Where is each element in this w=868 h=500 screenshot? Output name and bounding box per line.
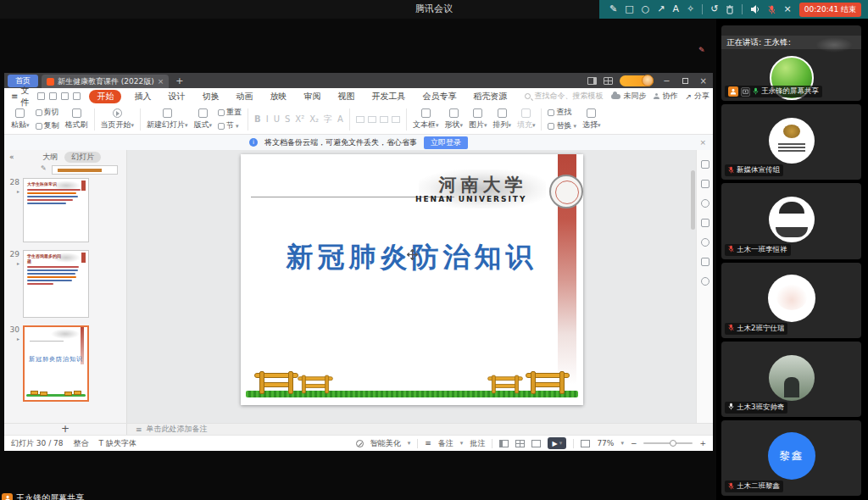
rect-tool-icon[interactable]: □ (625, 0, 633, 19)
notes-input[interactable]: ≡ 单击此处添加备注 (127, 424, 713, 435)
menu-tab-review[interactable]: 审阅 (299, 90, 325, 103)
picture-button[interactable]: 图片▾ (469, 108, 487, 131)
outline-tab[interactable]: 大纲 (42, 152, 58, 163)
canvas-scrollbar[interactable] (691, 170, 695, 230)
split-view-icon[interactable] (587, 77, 597, 85)
slide-29-thumbnail[interactable]: 学生咨询最多的问题 (23, 250, 89, 318)
menu-tab-developer[interactable]: 开发工具 (367, 90, 409, 103)
collaborate-button[interactable]: 协作 (654, 91, 677, 102)
new-tab-button[interactable]: + (172, 75, 186, 86)
command-search-box[interactable]: 查找命令、搜索模板 (525, 91, 603, 102)
undo-icon[interactable]: ↺ (710, 0, 718, 19)
shape-button[interactable]: 形状▾ (444, 108, 463, 131)
select-button[interactable]: 选择▾ (582, 108, 601, 131)
notes-toggle-icon[interactable]: ≡ (425, 439, 431, 447)
trash-icon[interactable] (726, 5, 734, 14)
chevron-down-icon[interactable]: ▾ (460, 440, 464, 447)
menu-tab-insert[interactable]: 插入 (130, 90, 155, 103)
reset-button[interactable]: 重置 (218, 107, 242, 118)
participant-tile[interactable]: 土木2班宁仕瑞 (721, 263, 861, 338)
numbered-list-icon[interactable] (368, 116, 376, 123)
styles-pane-icon[interactable] (701, 180, 709, 188)
zoom-slider[interactable] (643, 442, 693, 444)
tips-pane-icon[interactable] (701, 277, 709, 286)
undo-edit-icon[interactable] (61, 92, 69, 100)
strike-button[interactable]: S (285, 114, 290, 124)
arrange-button[interactable]: 排列▾ (492, 108, 511, 131)
chevron-down-icon[interactable]: ▾ (620, 440, 624, 447)
bullet-list-icon[interactable] (356, 116, 364, 123)
pen-tool-icon[interactable]: ✎ (609, 0, 617, 19)
zoom-level[interactable]: 77% (597, 439, 614, 447)
slides-tab[interactable]: 幻灯片 (64, 152, 101, 163)
login-now-button[interactable]: 立即登录 (424, 136, 468, 149)
bold-button[interactable]: B (254, 114, 261, 124)
section-button[interactable]: 节▾ (218, 120, 242, 131)
italic-button[interactable]: I (266, 114, 269, 124)
find-button[interactable]: 查找 (548, 107, 576, 118)
slide-28-thumbnail[interactable]: 大学生医保常识 (23, 178, 89, 242)
reading-view-icon[interactable] (531, 440, 541, 447)
menu-tab-slideshow[interactable]: 放映 (265, 90, 291, 103)
participant-tile[interactable]: 黎鑫 土木二班黎鑫 (721, 420, 861, 496)
notes-toggle-button[interactable]: 备注 (438, 438, 453, 449)
participant-tile[interactable]: 土木3班安帅奇 (721, 342, 861, 417)
menu-tab-member[interactable]: 会员专享 (418, 90, 460, 103)
restore-window-icon[interactable] (680, 78, 691, 84)
chevron-down-icon[interactable]: ▾ (408, 440, 411, 447)
participant-tile[interactable]: 新媒体宣传组 (721, 104, 861, 180)
close-document-icon[interactable]: × (158, 77, 164, 86)
textbox-button[interactable]: 文本框▾ (413, 108, 439, 131)
layers-pane-icon[interactable] (701, 219, 709, 227)
meeting-timer-end-button[interactable]: 00:20:41 结束 (799, 3, 861, 17)
close-window-icon[interactable]: × (698, 76, 709, 86)
arrow-tool-icon[interactable]: ↗ (657, 0, 665, 19)
minimize-window-icon[interactable]: − (660, 76, 672, 86)
document-tab[interactable]: 新生健康教育课件 (2022版) × (42, 75, 169, 88)
char-spacing-button[interactable]: 字 (324, 114, 332, 125)
redo-edit-icon[interactable] (73, 92, 81, 100)
collapse-panel-icon[interactable]: « (9, 153, 14, 161)
current-slide[interactable]: 河南大学 HENAN UNIVERSITY 新冠肺炎防治知识 (241, 154, 583, 405)
menu-tab-animation[interactable]: 动画 (231, 90, 257, 103)
participant-tile[interactable]: 土木一班李恒祥 (721, 183, 861, 258)
comment-button[interactable]: 批注 (470, 438, 485, 449)
new-slide-button[interactable]: 新建幻灯片▾ (147, 108, 188, 131)
speaker-icon[interactable] (750, 4, 760, 14)
quick-share-pane-icon[interactable] (701, 160, 709, 169)
menu-tab-transition[interactable]: 切换 (198, 90, 223, 103)
fit-slide-icon[interactable] (581, 440, 590, 447)
menu-tab-design[interactable]: 设计 (164, 90, 189, 103)
slide-canvas[interactable]: 河南大学 HENAN UNIVERSITY 新冠肺炎防治知识 (127, 150, 696, 423)
subscript-button[interactable]: X₂ (309, 114, 319, 124)
close-annotation-icon[interactable]: × (783, 0, 791, 19)
play-from-current-button[interactable]: 当页开始▾ (101, 108, 135, 131)
slide-sorter-view-icon[interactable] (515, 440, 525, 447)
laser-tool-icon[interactable]: ✧ (687, 0, 694, 19)
close-notice-icon[interactable]: × (699, 138, 706, 147)
slide-30-thumbnail-selected[interactable]: 新冠肺炎防治知识 (23, 325, 89, 402)
ellipse-tool-icon[interactable]: ○ (642, 0, 650, 19)
member-badge[interactable] (620, 75, 654, 86)
participant-tile-presenter[interactable]: 正在讲话: 王永锋: 王永锋的屏幕共享 (721, 25, 861, 101)
text-tool-icon[interactable]: A (673, 0, 680, 19)
font-color-button[interactable]: A (337, 114, 343, 124)
save-icon[interactable] (37, 92, 45, 100)
menu-tab-view[interactable]: 视图 (333, 90, 359, 103)
superscript-button[interactable]: X² (295, 114, 304, 124)
zoom-out-button[interactable]: − (631, 439, 637, 447)
slide-27-partial-thumbnail[interactable]: ✎ (52, 165, 118, 175)
menu-tab-home[interactable]: 开始 (89, 90, 121, 103)
history-pane-icon[interactable] (701, 238, 709, 247)
underline-button[interactable]: U (274, 114, 280, 124)
align-icon[interactable] (380, 116, 388, 123)
replace-button[interactable]: 替换▾ (548, 120, 576, 131)
share-button[interactable]: ↗分享 (685, 91, 709, 102)
normal-view-icon[interactable] (499, 440, 509, 447)
print-icon[interactable] (49, 92, 57, 100)
cut-button[interactable]: 剪切 (36, 107, 59, 118)
zoom-slider-knob[interactable] (670, 440, 676, 447)
slideshow-play-button[interactable]: ▶▾ (548, 437, 566, 449)
mic-muted-icon[interactable] (768, 5, 776, 14)
fill-button[interactable]: 填充▾ (517, 108, 536, 131)
